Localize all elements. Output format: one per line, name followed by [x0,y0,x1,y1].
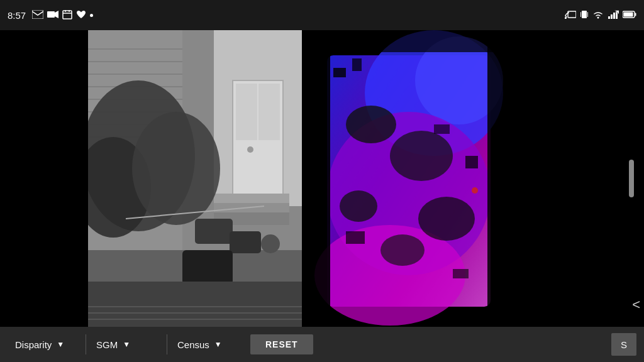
scrollbar-area [509,30,644,327]
signal-icon [608,10,619,21]
status-icons-left [32,9,93,21]
toolbar: Disparity ▼ SGM ▼ Census ▼ RESET S [0,327,644,362]
battery-icon [623,10,636,20]
svg-rect-71 [352,58,362,71]
svg-rect-11 [587,12,588,17]
svg-point-63 [390,131,453,181]
left-panel-camera [88,30,302,327]
gmail-icon [32,10,43,21]
svg-point-36 [247,146,253,153]
svg-rect-13 [608,16,610,19]
svg-rect-20 [635,13,636,16]
svg-rect-70 [333,68,346,77]
svg-rect-21 [624,13,633,17]
svg-rect-3 [63,11,72,19]
calendar-icon [62,9,72,21]
status-icons-right [565,9,636,21]
disparity-map [308,30,509,327]
census-dropdown-arrow: ▼ [214,340,222,349]
right-panel-disparity [308,30,509,327]
svg-rect-10 [580,12,581,17]
notification-dot [90,14,93,17]
svg-rect-45 [195,219,233,244]
census-dropdown-label: Census [177,339,209,350]
svg-rect-15 [613,13,615,19]
disparity-dropdown[interactable]: Disparity ▼ [8,334,83,355]
sgm-dropdown[interactable]: SGM ▼ [89,334,164,355]
status-bar: 8:57 [0,0,644,30]
chevron-right-icon[interactable]: < [632,298,640,312]
svg-rect-75 [453,269,469,278]
disparity-dropdown-arrow: ▼ [57,340,64,349]
svg-point-43 [132,112,220,225]
svg-rect-68 [308,30,509,52]
svg-rect-0 [32,10,43,19]
svg-point-65 [418,197,475,241]
status-time: 8:57 [8,10,26,21]
vibrate-icon [580,9,589,21]
svg-rect-74 [346,231,365,244]
sgm-dropdown-label: SGM [96,339,118,350]
s-button[interactable]: S [611,333,636,356]
svg-rect-1 [47,11,55,18]
heart-icon [76,10,86,21]
svg-rect-14 [611,14,613,19]
svg-rect-73 [465,156,478,168]
video-camera-icon [47,10,58,20]
sgm-dropdown-arrow: ▼ [123,340,130,349]
svg-rect-72 [434,124,450,134]
scrollbar-thumb[interactable] [629,160,634,197]
svg-point-76 [472,187,478,194]
separator-2 [167,334,167,354]
svg-rect-35 [258,84,280,140]
svg-rect-49 [182,250,233,285]
svg-point-8 [565,18,566,19]
svg-rect-69 [487,30,509,327]
cast-icon [565,10,576,21]
garden-scene [88,30,302,327]
wifi-icon [592,10,604,21]
svg-rect-67 [308,30,330,327]
svg-point-66 [380,234,425,266]
svg-point-50 [261,234,280,253]
svg-rect-52 [88,282,302,327]
svg-marker-2 [55,11,58,18]
disparity-dropdown-label: Disparity [15,339,52,350]
svg-rect-9 [582,11,587,18]
svg-point-12 [597,16,599,18]
svg-point-64 [340,190,377,222]
main-content [0,30,644,327]
reset-button[interactable]: RESET [250,334,313,354]
svg-point-62 [346,106,396,143]
separator-1 [86,334,86,354]
svg-rect-34 [236,84,257,140]
svg-rect-47 [230,231,261,253]
census-dropdown[interactable]: Census ▼ [170,334,245,355]
